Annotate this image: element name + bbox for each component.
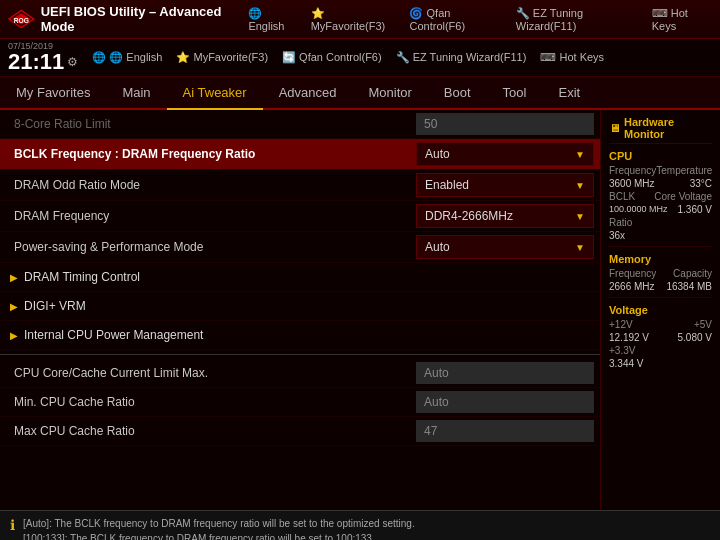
cpu-cache-limit-label: CPU Core/Cache Current Limit Max.	[0, 361, 410, 385]
bclk-dram-ratio-value-container: Auto ▼	[410, 139, 600, 169]
hw-monitor-title: Hardware Monitor	[624, 116, 712, 140]
digi-vrm-label: DIGI+ VRM	[24, 299, 86, 313]
monitor-icon: 🖥	[609, 122, 620, 134]
hw-bclk-label: BCLK	[609, 191, 635, 202]
power-perf-select[interactable]: Auto ▼	[416, 235, 594, 259]
hw-volt-12-5-values: 12.192 V 5.080 V	[609, 332, 712, 343]
8core-ratio-value-container: 50	[410, 110, 600, 138]
settings-gear-icon[interactable]: ⚙	[67, 55, 78, 69]
eztuning-shortcut[interactable]: 🔧 EZ Tuning Wizard(F11)	[396, 51, 527, 64]
dropdown-arrow-icon: ▼	[575, 180, 585, 191]
svg-text:ROG: ROG	[14, 17, 29, 24]
divider	[0, 354, 600, 355]
8core-ratio-label: 8-Core Ratio Limit	[0, 112, 410, 136]
nav-monitor[interactable]: Monitor	[353, 77, 428, 110]
hw-cpu-freq-row: Frequency Temperature	[609, 165, 712, 176]
hw-cpu-temp-label: Temperature	[656, 165, 712, 176]
english-menu[interactable]: 🌐 English	[248, 7, 298, 32]
title-right-menu: 🌐 English ⭐ MyFavorite(F3) 🌀 Qfan Contro…	[248, 7, 712, 32]
hw-mem-freq-value: 2666 MHz	[609, 281, 655, 292]
expand-arrow-icon: ▶	[10, 330, 18, 341]
qfan-menu[interactable]: 🌀 Qfan Control(F6)	[409, 7, 503, 32]
power-perf-label: Power-saving & Performance Mode	[0, 235, 410, 259]
dram-odd-ratio-select[interactable]: Enabled ▼	[416, 173, 594, 197]
cpu-cache-limit-value: Auto	[416, 362, 594, 384]
min-cpu-cache-label: Min. CPU Cache Ratio	[0, 390, 410, 414]
min-cpu-cache-value-container: Auto	[410, 388, 600, 416]
qfan-shortcut[interactable]: 🔄 Qfan Control(F6)	[282, 51, 382, 64]
dropdown-arrow-icon: ▼	[575, 149, 585, 160]
dram-freq-select[interactable]: DDR4-2666MHz ▼	[416, 204, 594, 228]
power-perf-selected: Auto	[425, 240, 450, 254]
dropdown-arrow-icon: ▼	[575, 242, 585, 253]
hw-bclk-value: 100.0000 MHz	[609, 204, 668, 215]
status-shortcuts: 🌐 🌐 English ⭐ MyFavorite(F3) 🔄 Qfan Cont…	[92, 51, 604, 64]
dram-freq-label: DRAM Frequency	[0, 204, 410, 228]
eztuning-menu[interactable]: 🔧 EZ Tuning Wizard(F11)	[516, 7, 640, 32]
nav-tool[interactable]: Tool	[487, 77, 543, 110]
main-content: 8-Core Ratio Limit 50 BCLK Frequency : D…	[0, 110, 720, 510]
dram-timing-label: DRAM Timing Control	[24, 270, 140, 284]
expand-arrow-icon: ▶	[10, 301, 18, 312]
nav-main[interactable]: Main	[106, 77, 166, 110]
settings-panel: 8-Core Ratio Limit 50 BCLK Frequency : D…	[0, 110, 600, 510]
nav-exit[interactable]: Exit	[542, 77, 596, 110]
hw-12v-value: 12.192 V	[609, 332, 649, 343]
hw-mem-labels: Frequency Capacity	[609, 268, 712, 279]
row-min-cpu-cache: Min. CPU Cache Ratio Auto	[0, 388, 600, 417]
hw-volt-33-value-row: 3.344 V	[609, 358, 712, 369]
section-dram-timing[interactable]: ▶ DRAM Timing Control	[0, 263, 600, 292]
nav-myfavorites[interactable]: My Favorites	[0, 77, 106, 110]
info-icon: ℹ	[10, 517, 15, 533]
hw-mem-values: 2666 MHz 16384 MB	[609, 281, 712, 292]
expand-arrow-icon: ▶	[10, 272, 18, 283]
row-dram-odd-ratio[interactable]: DRAM Odd Ratio Mode Enabled ▼	[0, 170, 600, 201]
hw-12v-label: +12V	[609, 319, 633, 330]
row-cpu-cache-limit: CPU Core/Cache Current Limit Max. Auto	[0, 359, 600, 388]
hw-cpu-title: CPU	[609, 150, 712, 162]
hw-mem-cap-value: 16384 MB	[666, 281, 712, 292]
hw-voltage-title: Voltage	[609, 304, 712, 316]
dram-freq-value-container: DDR4-2666MHz ▼	[410, 201, 600, 231]
english-shortcut[interactable]: 🌐 🌐 English	[92, 51, 162, 64]
hw-ratio-label: Ratio	[609, 217, 632, 228]
myfavorite-shortcut[interactable]: ⭐ MyFavorite(F3)	[176, 51, 268, 64]
info-bar: ℹ [Auto]: The BCLK frequency to DRAM fre…	[0, 510, 720, 540]
navigation-bar: My Favorites Main Ai Tweaker Advanced Mo…	[0, 77, 720, 110]
nav-aitweaker[interactable]: Ai Tweaker	[167, 77, 263, 110]
hardware-monitor-panel: 🖥 Hardware Monitor CPU Frequency Tempera…	[600, 110, 720, 510]
min-cpu-cache-value: Auto	[416, 391, 594, 413]
rog-logo-icon: ROG	[8, 9, 35, 29]
section-digi-vrm[interactable]: ▶ DIGI+ VRM	[0, 292, 600, 321]
datetime: 07/15/2019 21:11 ⚙	[8, 42, 78, 73]
hw-divider-1	[609, 246, 712, 247]
hw-ratio-value: 36x	[609, 230, 625, 241]
bclk-dram-ratio-select[interactable]: Auto ▼	[416, 142, 594, 166]
nav-boot[interactable]: Boot	[428, 77, 487, 110]
hw-monitor-header: 🖥 Hardware Monitor	[609, 116, 712, 144]
hw-33v-label: +3.3V	[609, 345, 635, 356]
nav-advanced[interactable]: Advanced	[263, 77, 353, 110]
max-cpu-cache-value: 47	[416, 420, 594, 442]
cpu-cache-limit-value-container: Auto	[410, 359, 600, 387]
row-8core-ratio: 8-Core Ratio Limit 50	[0, 110, 600, 139]
hw-divider-2	[609, 297, 712, 298]
myfavorite-menu[interactable]: ⭐ MyFavorite(F3)	[311, 7, 398, 32]
max-cpu-cache-label: Max CPU Cache Ratio	[0, 419, 410, 443]
8core-ratio-value: 50	[416, 113, 594, 135]
info-text: [Auto]: The BCLK frequency to DRAM frequ…	[23, 516, 415, 540]
hw-volt-12-5-labels: +12V +5V	[609, 319, 712, 330]
hotkeys-shortcut[interactable]: ⌨ Hot Keys	[540, 51, 604, 64]
row-dram-freq[interactable]: DRAM Frequency DDR4-2666MHz ▼	[0, 201, 600, 232]
row-power-perf[interactable]: Power-saving & Performance Mode Auto ▼	[0, 232, 600, 263]
hw-ratio-value-row: 36x	[609, 230, 712, 241]
section-cpu-power[interactable]: ▶ Internal CPU Power Management	[0, 321, 600, 350]
hw-bclk-corevolt-labels: BCLK Core Voltage	[609, 191, 712, 202]
info-line-2: [100:133]: The BCLK frequency to DRAM fr…	[23, 531, 415, 540]
title-left: ROG UEFI BIOS Utility – Advanced Mode	[8, 4, 248, 34]
row-bclk-dram-ratio[interactable]: BCLK Frequency : DRAM Frequency Ratio Au…	[0, 139, 600, 170]
hotkeys-menu[interactable]: ⌨ Hot Keys	[652, 7, 712, 32]
hw-cpu-freq-value: 3600 MHz	[609, 178, 655, 189]
hw-volt-33-label-row: +3.3V	[609, 345, 712, 356]
hw-mem-freq-label: Frequency	[609, 268, 656, 279]
